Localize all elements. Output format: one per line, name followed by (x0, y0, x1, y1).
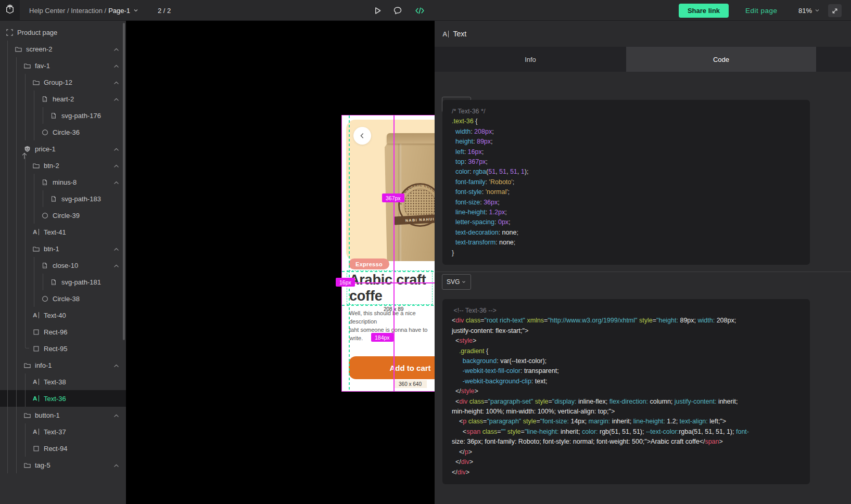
comments-button[interactable] (391, 4, 404, 17)
tree-item-text-36[interactable]: AText-36 (0, 390, 126, 407)
tree-item-fav-1[interactable]: fav-1 (0, 57, 126, 74)
tree-guide-line (7, 290, 8, 307)
tree-guide-line (34, 107, 34, 124)
svg-icon (49, 195, 58, 203)
tree-item-price-1[interactable]: price-1 (0, 140, 126, 157)
tree-item-label: close-10 (53, 262, 78, 269)
zoom-level-value: 81% (798, 7, 812, 15)
tree-item-minus-8[interactable]: minus-8 (0, 174, 126, 190)
svg-code-block: <!-- Text-36 --><div class="root rich-te… (442, 299, 810, 484)
code-line: text-transform: none; (452, 238, 801, 248)
tree-item-label: heart-2 (53, 95, 74, 103)
product-title[interactable]: Arabic craft coffe (349, 272, 433, 304)
collapse-chevron-icon[interactable] (113, 146, 120, 152)
svg-format-select[interactable]: SVG (442, 274, 471, 290)
tree-item-text-38[interactable]: AText-38 (0, 373, 126, 390)
tree-item-label: Rect-94 (44, 445, 68, 453)
code-line: } (452, 248, 801, 258)
tree-item-label: Rect-95 (44, 345, 68, 353)
collapse-chevron-icon[interactable] (113, 96, 120, 102)
zoom-level-control[interactable]: 81% (798, 0, 820, 21)
layers-sidebar: Product pagescreen-2fav-1Group-12heart-2… (0, 21, 126, 504)
tree-guide-line (16, 174, 17, 190)
tab-code[interactable]: Code (626, 47, 816, 72)
share-link-button[interactable]: Share link (679, 4, 729, 18)
breadcrumb-current[interactable]: Page-1 (108, 7, 130, 15)
tree-item-svg-path-181[interactable]: svg-path-181 (0, 274, 126, 290)
collapse-chevron-icon[interactable] (113, 179, 120, 186)
tree-item-group-12[interactable]: Group-12 (0, 74, 126, 91)
code-line: text-decoration: none; (452, 228, 801, 238)
code-line: font-style: 'normal'; (452, 187, 801, 197)
code-line: <div class="root rich-text" xmlns="http:… (452, 316, 801, 326)
collapse-chevron-icon[interactable] (113, 245, 120, 252)
app-window: Help Center / Interaction / Page-1 2 / 2… (0, 0, 851, 504)
tree-item-rect-94[interactable]: Rect-94 (0, 440, 126, 457)
logo-icon (5, 4, 15, 17)
code-line: line-height: 1.2px; (452, 208, 801, 217)
tree-item-screen-2[interactable]: screen-2 (0, 41, 126, 57)
tree-item-text-37[interactable]: AText-37 (0, 423, 126, 440)
tree-guide-line (25, 440, 26, 457)
frame-dimensions-label: 360 x 640 (393, 380, 427, 388)
collapse-chevron-icon[interactable] (113, 462, 120, 469)
circle-icon (41, 128, 49, 136)
folder-icon (32, 161, 40, 170)
tree-guide-line (25, 423, 26, 440)
tree-guide-line (16, 274, 17, 290)
code-view-button[interactable] (413, 4, 426, 17)
tree-item-close-10[interactable]: close-10 (0, 257, 126, 274)
collapse-chevron-icon[interactable] (113, 362, 120, 369)
collapse-chevron-icon[interactable] (113, 262, 120, 269)
collapse-chevron-icon[interactable] (113, 79, 120, 86)
collapse-chevron-icon[interactable] (113, 62, 120, 69)
breadcrumb[interactable]: Help Center / Interaction / Page-1 (29, 0, 139, 21)
svg-icon (41, 178, 49, 186)
tree-item-text-41[interactable]: AText-41 (0, 224, 126, 240)
svg-icon (41, 261, 49, 269)
tree-item-btn-1[interactable]: btn-1 (0, 240, 126, 257)
tree-item-circle-38[interactable]: Circle-38 (0, 290, 126, 307)
tree-guide-line (16, 440, 17, 457)
tree-item-btn-2[interactable]: btn-2 (0, 157, 126, 174)
tree-guide-line (7, 240, 8, 257)
collapse-chevron-icon[interactable] (113, 46, 120, 53)
tree-item-label: price-1 (35, 145, 56, 153)
folder-icon (23, 61, 31, 70)
tree-guide-line (25, 290, 26, 307)
measure-badge: 367px (382, 193, 404, 202)
tree-item-circle-39[interactable]: Circle-39 (0, 207, 126, 224)
tree-guide-line (25, 307, 26, 324)
sidebar-scrollbar[interactable] (123, 23, 125, 340)
tree-item-heart-2[interactable]: heart-2 (0, 91, 126, 107)
tree-guide-line (25, 373, 26, 390)
tree-item-rect-95[interactable]: Rect-95 (0, 340, 126, 357)
edit-page-link[interactable]: Edit page (745, 0, 778, 21)
tree-item-tag-5[interactable]: tag-5 (0, 457, 126, 473)
play-button[interactable] (371, 4, 384, 17)
svg-icon (49, 278, 58, 286)
back-button[interactable] (353, 127, 371, 145)
product-tag[interactable]: Expresso (349, 259, 389, 269)
rect-icon (32, 328, 40, 336)
tree-item-product page[interactable]: Product page (0, 24, 126, 41)
tree-item-svg-path-176[interactable]: svg-path-176 (0, 107, 126, 124)
design-canvas[interactable]: 100% ORGANIC COLOMBIAN COFFEE NABI NAHUI… (126, 21, 435, 504)
folder-icon (14, 45, 22, 53)
tree-item-button-1[interactable]: button-1 (0, 407, 126, 423)
tree-guide-line (25, 390, 26, 407)
fullscreen-button[interactable] (828, 4, 842, 17)
collapse-chevron-icon[interactable] (113, 412, 120, 419)
code-line: height: 89px; (452, 137, 801, 147)
tree-item-circle-36[interactable]: Circle-36 (0, 124, 126, 140)
tree-item-svg-path-183[interactable]: svg-path-183 (0, 190, 126, 207)
tree-item-label: tag-5 (35, 461, 50, 469)
tree-item-text-40[interactable]: AText-40 (0, 307, 126, 324)
tab-info[interactable]: Info (435, 47, 626, 72)
tree-guide-line (7, 224, 8, 240)
collapse-chevron-icon[interactable] (113, 162, 120, 169)
tree-item-info-1[interactable]: info-1 (0, 357, 126, 373)
tree-item-rect-96[interactable]: Rect-96 (0, 324, 126, 340)
code-line: /* Text-36 */ (452, 107, 801, 117)
app-logo[interactable] (0, 0, 20, 21)
